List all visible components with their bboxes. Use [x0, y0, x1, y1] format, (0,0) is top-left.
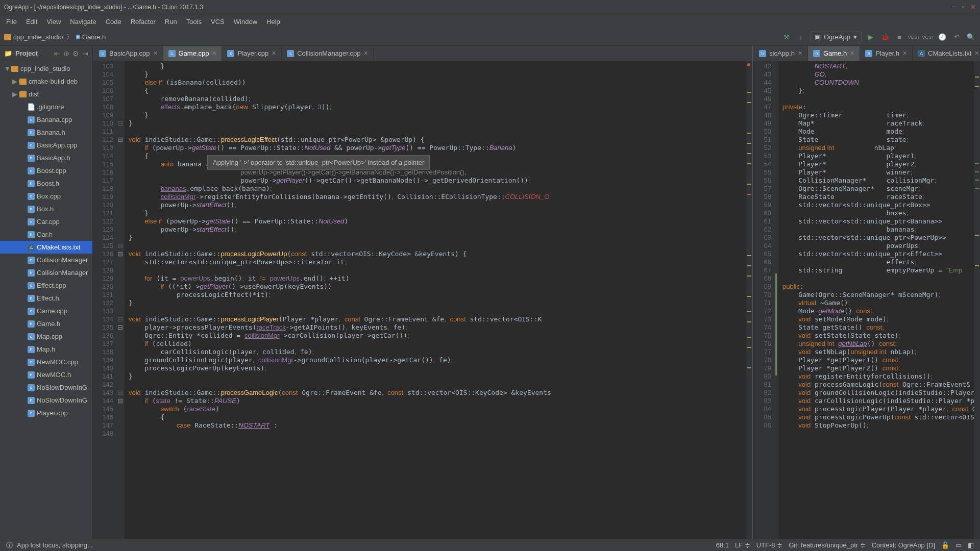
error-stripe-right[interactable] — [974, 61, 980, 539]
target-icon[interactable]: ⊕ — [63, 49, 69, 58]
tree-item-newmoc-cpp[interactable]: cNewMOC.cpp — [0, 356, 92, 368]
chevron-down-icon: ▾ — [853, 33, 857, 41]
tab-game-h[interactable]: hGame.h✕ — [808, 46, 860, 61]
close-icon[interactable]: ✕ — [153, 50, 158, 57]
tree-item-car-cpp[interactable]: cCar.cpp — [0, 215, 92, 228]
cursor-position[interactable]: 68:1 — [716, 541, 729, 549]
gutter-right[interactable]: 4243444546474849505152535455565758596061… — [753, 61, 775, 539]
menu-vcs[interactable]: VCS — [207, 16, 229, 28]
tree-item-player-cpp[interactable]: cPlayer.cpp — [0, 407, 92, 419]
tree-item-box-h[interactable]: hBox.h — [0, 203, 92, 215]
mem-icon[interactable]: ▭ — [955, 541, 962, 549]
tab-cmakelists-txt[interactable]: △CMakeLists.txt✕ — [913, 46, 980, 61]
tree-item-boost-cpp[interactable]: cBoost.cpp — [0, 164, 92, 177]
tab-file-icon: c — [287, 50, 294, 57]
tree-item-boost-h[interactable]: hBoost.h — [0, 177, 92, 190]
tree-item-cmakelists-txt[interactable]: △CMakeLists.txt — [0, 241, 92, 254]
tree-item-newmoc-h[interactable]: hNewMOC.h — [0, 368, 92, 381]
close-icon[interactable]: ✕ — [272, 50, 276, 57]
tree-item-banana-cpp[interactable]: cBanana.cpp — [0, 113, 92, 126]
history-icon[interactable]: 🕗 — [937, 32, 947, 42]
tree-item-effect-h[interactable]: hEffect.h — [0, 292, 92, 305]
file-tree[interactable]: ▼cpp_indie_studio▶cmake-build-deb▶dist📄.… — [0, 61, 92, 539]
tree-item-basicapp-h[interactable]: hBasicApp.h — [0, 152, 92, 164]
stop-icon[interactable]: ■ — [894, 32, 904, 42]
minimize-icon[interactable]: − — [952, 3, 956, 11]
code-content-right[interactable]: NOSTART, GO, COUNTDOWN }; private: Ogre:… — [778, 61, 974, 539]
line-ending[interactable]: LF ≑ — [735, 541, 750, 549]
vcs-update-icon[interactable]: VCS↓ — [909, 32, 919, 42]
menu-window[interactable]: Window — [230, 16, 261, 28]
menu-edit[interactable]: Edit — [22, 16, 41, 28]
close-icon[interactable]: ✕ — [974, 50, 979, 57]
tree-item-box-cpp[interactable]: cBox.cpp — [0, 190, 92, 203]
gutter-left[interactable]: 1031041051061071081091101111121131141151… — [93, 61, 117, 539]
close-icon[interactable]: ✕ — [212, 50, 216, 57]
tree-item-car-h[interactable]: hCar.h — [0, 228, 92, 241]
hammer-icon[interactable]: ⚒ — [781, 32, 792, 42]
maximize-icon[interactable]: ▫ — [962, 3, 964, 11]
code-content-left[interactable]: } } else if (isBanana(collided)) { remov… — [125, 61, 746, 539]
close-icon[interactable]: ✕ — [902, 50, 907, 57]
git-branch[interactable]: Git: features/unique_ptr ≑ — [789, 541, 865, 549]
vcs-commit-icon[interactable]: VCS↑ — [923, 32, 933, 42]
code-area-left[interactable]: 1031041051061071081091101111121131141151… — [93, 61, 752, 539]
collapse-icon[interactable]: ⇤ — [54, 49, 60, 58]
undo-icon[interactable]: ↶ — [951, 32, 962, 42]
gear-icon[interactable]: ⚙ — [72, 49, 79, 58]
tree-item-map-h[interactable]: hMap.h — [0, 343, 92, 356]
menu-tools[interactable]: Tools — [182, 16, 206, 28]
tree-item-label: .gitignore — [37, 103, 64, 111]
info-icon: ⓘ — [6, 541, 13, 550]
breadcrumb-project[interactable]: cpp_indie_studio — [4, 33, 63, 41]
h-file-icon: h — [28, 155, 35, 162]
tab-collisionmanager-cpp[interactable]: cCollisionManager.cpp✕ — [282, 46, 374, 61]
breadcrumb-file[interactable]: h Game.h — [76, 33, 106, 41]
tab-sicapp-h[interactable]: hsicApp.h✕ — [754, 46, 808, 61]
tree-item-game-cpp[interactable]: cGame.cpp — [0, 305, 92, 317]
tab-player-h[interactable]: hPlayer.h✕ — [860, 46, 913, 61]
run-icon[interactable]: ▶ — [866, 32, 876, 42]
menu-navigate[interactable]: Navigate — [66, 16, 100, 28]
context[interactable]: Context: OgreApp [D] — [872, 541, 935, 549]
tab-game-cpp[interactable]: cGame.cpp✕ — [163, 46, 223, 61]
menu-run[interactable]: Run — [161, 16, 181, 28]
menu-refactor[interactable]: Refactor — [127, 16, 160, 28]
hide-icon[interactable]: ⇥ — [82, 49, 88, 58]
hector-icon[interactable]: ◧ — [968, 541, 974, 549]
tab-basicapp-cpp[interactable]: cBasicApp.cpp✕ — [94, 46, 163, 61]
error-indicator-icon[interactable] — [747, 63, 750, 66]
close-icon[interactable]: ✕ — [363, 50, 368, 57]
tab-player-cpp[interactable]: cPlayer.cpp✕ — [222, 46, 282, 61]
search-icon[interactable]: 🔍 — [966, 32, 976, 42]
menu-file[interactable]: File — [2, 16, 21, 28]
close-icon[interactable]: ✕ — [850, 50, 854, 57]
tree-item-cpp_indie_studio[interactable]: ▼cpp_indie_studio — [0, 62, 92, 75]
close-icon[interactable]: ✕ — [798, 50, 802, 57]
run-config-dropdown[interactable]: ▣ OgreApp ▾ — [810, 32, 862, 42]
tree-item-map-cpp[interactable]: cMap.cpp — [0, 330, 92, 343]
menu-code[interactable]: Code — [102, 16, 126, 28]
tree-item-collisionmanager[interactable]: hCollisionManager — [0, 266, 92, 279]
tree-item-banana-h[interactable]: hBanana.h — [0, 126, 92, 139]
tree-item-basicapp-cpp[interactable]: cBasicApp.cpp — [0, 139, 92, 152]
fold-column[interactable]: ⊟ ⊟ ⊟⊟ ⊟⊟ ⊟⊟ — [117, 61, 125, 539]
tree-item-dist[interactable]: ▶dist — [0, 88, 92, 101]
error-stripe-left[interactable] — [746, 61, 752, 539]
tree-item-effect-cpp[interactable]: cEffect.cpp — [0, 279, 92, 292]
menu-view[interactable]: View — [42, 16, 65, 28]
menu-help[interactable]: Help — [262, 16, 284, 28]
lock-icon[interactable]: 🔓 — [941, 541, 949, 549]
down-icon[interactable]: ↓ — [796, 32, 806, 42]
close-icon[interactable]: ✕ — [970, 3, 976, 11]
tree-item-collisionmanager[interactable]: cCollisionManager — [0, 254, 92, 266]
debug-icon[interactable]: 🐞 — [880, 32, 890, 42]
code-area-right[interactable]: 4243444546474849505152535455565758596061… — [753, 61, 980, 539]
tree-item-noslowdowning[interactable]: hNoSlowDownInG — [0, 394, 92, 407]
tree-item-game-h[interactable]: hGame.h — [0, 317, 92, 330]
tree-item--gitignore[interactable]: 📄.gitignore — [0, 101, 92, 113]
tree-item-cmake-build-deb[interactable]: ▶cmake-build-deb — [0, 75, 92, 88]
tree-item-label: NewMOC.h — [37, 371, 71, 379]
encoding[interactable]: UTF-8 ≑ — [756, 541, 782, 549]
tree-item-noslowdowning[interactable]: cNoSlowDownInG — [0, 381, 92, 394]
